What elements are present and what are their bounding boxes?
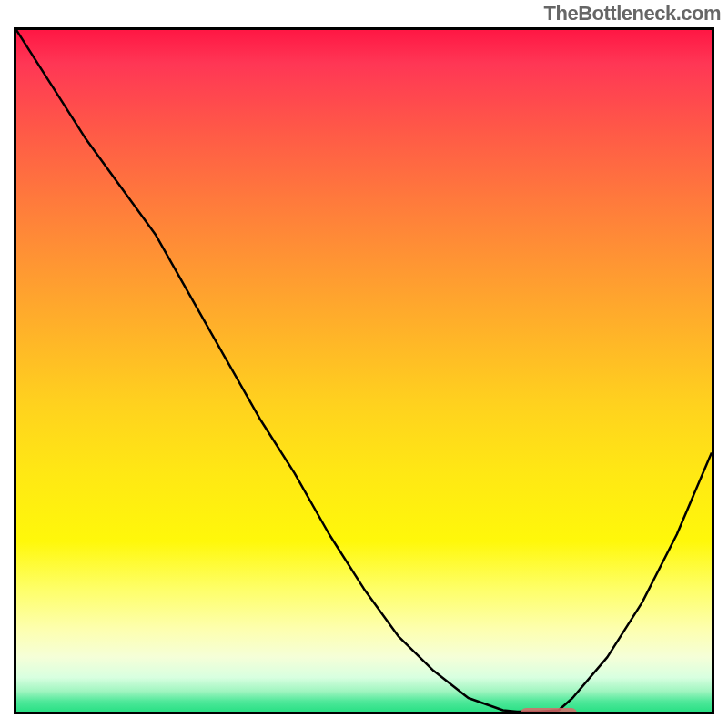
bottleneck-curve: [16, 30, 712, 712]
chart-container: TheBottleneck.com: [0, 0, 728, 728]
watermark-text: TheBottleneck.com: [544, 2, 721, 25]
curve-svg: [16, 30, 712, 712]
plot-area: [14, 27, 714, 714]
optimal-range-marker: [521, 708, 577, 714]
